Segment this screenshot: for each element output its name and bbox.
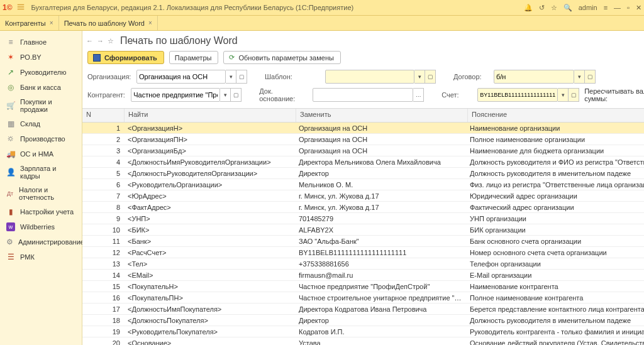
account-input[interactable] (477, 88, 558, 102)
open-icon[interactable]: … (413, 88, 424, 102)
cell-replace: Директора Кодратова Ивана Петровича (295, 305, 466, 314)
cell-n: 18 (82, 316, 124, 325)
history-icon[interactable]: ↺ (539, 4, 545, 12)
dropdown-icon[interactable]: ▾ (220, 88, 231, 102)
template-input[interactable] (325, 70, 414, 84)
cell-replace: Директор (295, 316, 466, 325)
org-input[interactable] (136, 70, 226, 84)
cell-n: 16 (82, 293, 124, 302)
sidebar-item-warehouse[interactable]: ▦Склад (0, 116, 82, 131)
sidebar-item-taxes[interactable]: ДтНалоги и отчетность (0, 183, 82, 204)
table-row[interactable]: 6<РуководительОрганизации>Мельников О. М… (82, 179, 644, 190)
back-icon[interactable]: ← (86, 37, 93, 45)
cell-explanation: Наименование для бюджета организации (466, 146, 644, 155)
col-explanation[interactable]: Пояснение (468, 109, 644, 122)
gear-icon: ⚙ (6, 238, 13, 246)
col-n[interactable]: N (82, 109, 125, 122)
cell-n: 11 (82, 237, 124, 246)
app-logo: 1© (3, 3, 13, 12)
cell-n: 6 (82, 180, 124, 189)
cell-explanation: Телефон организации (466, 260, 644, 268)
table-row[interactable]: 9<УНП>701485279УНП организации (82, 213, 644, 224)
open-icon[interactable]: ▢ (425, 70, 436, 84)
chart-icon: ↗ (6, 68, 15, 77)
cell-find: <ДолжностьИмяПокупателя> (124, 305, 295, 314)
table-row[interactable]: 4<ДолжностьИмяРуководителяОрганизации>Ди… (82, 156, 644, 168)
cell-explanation: БИК организации (466, 226, 644, 234)
table-row[interactable]: 2<ОрганизацияПН>Организация на ОСНПолное… (82, 134, 644, 145)
cell-find: <ОрганизацияН> (124, 124, 295, 133)
user-name[interactable]: admin (579, 4, 597, 11)
params-button[interactable]: Параметры (169, 51, 219, 64)
table-row[interactable]: 7<ЮрАдрес>г. Минск, ул. Жукова д.17Юриди… (82, 190, 644, 202)
table-row[interactable]: 10<БИК>ALFABY2XБИК организации (82, 224, 644, 236)
col-find[interactable]: Найти (125, 109, 296, 122)
recalc-currency-checkbox[interactable]: Пересчитывать валютные суммы: (584, 87, 644, 102)
dropdown-icon[interactable]: ▾ (414, 70, 425, 84)
sidebar-item-bank[interactable]: ◎Банк и касса (0, 80, 82, 95)
sidebar-item-rmk[interactable]: ☰РМК (0, 249, 82, 265)
cell-explanation: Основание действий покупателя (Устав, Св… (466, 339, 644, 346)
close-window-icon[interactable]: ✕ (636, 4, 641, 12)
cell-n: 17 (82, 305, 124, 314)
cell-explanation: Наименование контрагента (466, 282, 644, 291)
form-button[interactable]: Сформировать (87, 51, 164, 64)
sidebar-item-production[interactable]: ⛭Производство (0, 131, 82, 146)
table-row[interactable]: 13<Тел>+375338881656Телефон организации (82, 258, 644, 270)
open-icon[interactable]: ▢ (231, 88, 242, 102)
sidebar-item-manager[interactable]: ↗Руководителю (0, 65, 82, 80)
table-row[interactable]: 1<ОрганизацияН>Организация на ОСННаимено… (82, 123, 644, 134)
tab-close-icon[interactable]: × (50, 19, 53, 26)
dropdown-icon[interactable]: ▾ (574, 70, 585, 84)
sidebar-item-os-nma[interactable]: 🚚ОС и НМА (0, 146, 82, 162)
counterparty-input[interactable] (131, 88, 220, 102)
cell-n: 13 (82, 260, 124, 268)
table-row[interactable]: 12<РасчСчет>BY11BELB1111111111111111111Н… (82, 247, 644, 258)
refresh-params-button[interactable]: ⟳ Обновить параметры замены (223, 51, 340, 64)
table-row[interactable]: 14<EMail>firmausn@mail.ruE-Mail организа… (82, 270, 644, 281)
sidebar-item-salary[interactable]: 👤Зарплата и кадры (0, 162, 82, 183)
col-replace[interactable]: Заменить (296, 109, 468, 122)
settings-icon[interactable]: ≡ (604, 4, 608, 11)
table-row[interactable]: 19<РуководительПокупателя>Кодратов И.П.Р… (82, 326, 644, 337)
tab-print-word-template[interactable]: Печать по шаблону Word × (59, 16, 158, 30)
cell-replace: Директор (295, 169, 466, 178)
bell-icon[interactable]: 🔔 (524, 4, 533, 12)
open-icon[interactable]: ▢ (585, 70, 596, 84)
minimize-icon[interactable]: — (614, 4, 621, 11)
table-row[interactable]: 18<ДолжностьПокупателя>ДиректорДолжность… (82, 315, 644, 326)
table-row[interactable]: 8<ФактАдрес>г. Минск, ул. Жукова д.17Фак… (82, 202, 644, 213)
forward-icon[interactable]: → (97, 37, 104, 45)
table-row[interactable]: 20<Основание>УставаОснование действий по… (82, 337, 644, 345)
cell-n: 12 (82, 248, 124, 257)
table-row[interactable]: 11<Банк>ЗАО "Альфа-Банк"Банк основного с… (82, 236, 644, 247)
dropdown-icon[interactable]: ▾ (226, 70, 236, 84)
star-icon[interactable]: ☆ (551, 4, 557, 12)
cell-explanation: Должность руководителя и ФИО из регистра… (466, 158, 644, 167)
sidebar-item-admin[interactable]: ⚙Администрирование (0, 234, 82, 249)
table-row[interactable]: 5<ДолжностьРуководителяОрганизации>Дирек… (82, 168, 644, 179)
table-row[interactable]: 16<ПокупательПН>Частное строительное уни… (82, 292, 644, 304)
contract-input[interactable] (494, 70, 574, 84)
tab-counterparties[interactable]: Контрагенты × (0, 16, 59, 30)
open-icon[interactable]: ▢ (236, 70, 247, 84)
table-row[interactable]: 15<ПокупательН>Частное предприятие "Проф… (82, 281, 644, 292)
tab-close-icon[interactable]: × (148, 19, 152, 26)
open-icon[interactable]: ▢ (569, 88, 579, 102)
main-menu-icon[interactable] (16, 3, 25, 13)
menu-icon: ≡ (6, 38, 15, 47)
dropdown-icon[interactable]: ▾ (558, 88, 569, 102)
table-row[interactable]: 3<ОрганизацияБд>Организация на ОСННаимен… (82, 145, 644, 156)
sidebar-item-sales[interactable]: 🛒Покупки и продажи (0, 95, 82, 116)
sidebar-item-wildberries[interactable]: wWildberries (0, 219, 82, 234)
sidebar-item-accounting-settings[interactable]: ▮Настройки учета (0, 204, 82, 219)
sidebar-item-main[interactable]: ≡Главное (0, 35, 82, 50)
table-body[interactable]: 1<ОрганизацияН>Организация на ОСННаимено… (82, 123, 644, 345)
doc-basis-input[interactable] (313, 88, 413, 102)
cell-replace: 701485279 (295, 214, 466, 223)
table-row[interactable]: 17<ДолжностьИмяПокупателя>Директора Кодр… (82, 304, 644, 315)
sidebar-item-poby[interactable]: ✶PO.BY (0, 50, 82, 65)
maximize-icon[interactable]: ▫ (627, 4, 630, 11)
favorite-icon[interactable]: ☆ (108, 37, 114, 45)
search-icon[interactable]: 🔍 (564, 4, 572, 12)
